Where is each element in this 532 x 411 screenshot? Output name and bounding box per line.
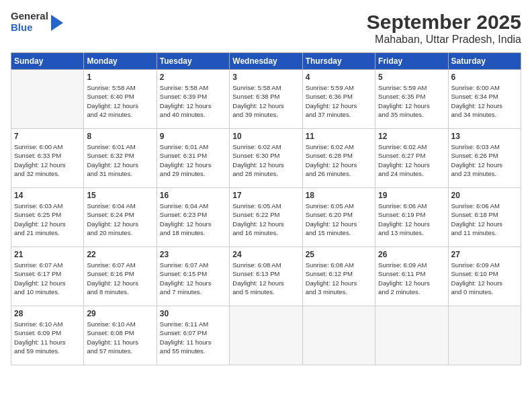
calendar-cell: 18Sunrise: 6:05 AMSunset: 6:20 PMDayligh… bbox=[302, 188, 375, 247]
day-info: Sunrise: 6:02 AMSunset: 6:27 PMDaylight:… bbox=[378, 142, 445, 178]
day-number: 2 bbox=[160, 73, 226, 82]
day-info: Sunrise: 6:04 AMSunset: 6:24 PMDaylight:… bbox=[87, 201, 153, 237]
day-info: Sunrise: 6:01 AMSunset: 6:31 PMDaylight:… bbox=[160, 142, 226, 178]
col-thursday: Thursday bbox=[302, 53, 375, 70]
day-info: Sunrise: 6:10 AMSunset: 6:08 PMDaylight:… bbox=[87, 320, 153, 355]
calendar-cell: 14Sunrise: 6:03 AMSunset: 6:25 PMDayligh… bbox=[11, 188, 84, 247]
day-info: Sunrise: 6:05 AMSunset: 6:20 PMDaylight:… bbox=[306, 201, 372, 237]
day-number: 3 bbox=[232, 73, 299, 82]
day-info: Sunrise: 5:58 AMSunset: 6:38 PMDaylight:… bbox=[232, 83, 299, 119]
calendar-cell bbox=[230, 306, 302, 365]
calendar-cell: 16Sunrise: 6:04 AMSunset: 6:23 PMDayligh… bbox=[157, 188, 229, 247]
col-tuesday: Tuesday bbox=[157, 53, 229, 70]
day-number: 7 bbox=[14, 132, 81, 141]
header: General Blue September 2025 Mahaban, Utt… bbox=[11, 11, 521, 46]
calendar-cell bbox=[302, 306, 375, 365]
week-row-3: 14Sunrise: 6:03 AMSunset: 6:25 PMDayligh… bbox=[11, 188, 521, 247]
col-saturday: Saturday bbox=[448, 53, 521, 70]
calendar-cell: 26Sunrise: 6:09 AMSunset: 6:11 PMDayligh… bbox=[375, 247, 448, 306]
day-number: 4 bbox=[306, 73, 372, 82]
col-sunday: Sunday bbox=[11, 53, 84, 70]
calendar-title: September 2025 bbox=[367, 11, 521, 34]
week-row-2: 7Sunrise: 6:00 AMSunset: 6:33 PMDaylight… bbox=[11, 129, 521, 188]
calendar-cell: 4Sunrise: 5:59 AMSunset: 6:36 PMDaylight… bbox=[302, 70, 375, 129]
day-info: Sunrise: 6:07 AMSunset: 6:16 PMDaylight:… bbox=[87, 261, 153, 296]
calendar-cell: 9Sunrise: 6:01 AMSunset: 6:31 PMDaylight… bbox=[157, 129, 229, 188]
day-info: Sunrise: 6:03 AMSunset: 6:25 PMDaylight:… bbox=[14, 201, 81, 237]
day-number: 14 bbox=[14, 191, 81, 200]
day-info: Sunrise: 6:11 AMSunset: 6:07 PMDaylight:… bbox=[160, 320, 226, 355]
day-info: Sunrise: 6:00 AMSunset: 6:34 PMDaylight:… bbox=[451, 83, 518, 119]
calendar-cell: 12Sunrise: 6:02 AMSunset: 6:27 PMDayligh… bbox=[375, 129, 448, 188]
week-row-1: 1Sunrise: 5:58 AMSunset: 6:40 PMDaylight… bbox=[11, 70, 521, 129]
day-number: 25 bbox=[306, 250, 372, 259]
logo-text: General Blue bbox=[11, 11, 48, 33]
day-number: 18 bbox=[306, 191, 372, 200]
day-number: 8 bbox=[87, 132, 153, 141]
logo-arrow-icon bbox=[51, 15, 63, 31]
day-number: 28 bbox=[14, 309, 81, 318]
calendar-cell: 19Sunrise: 6:06 AMSunset: 6:19 PMDayligh… bbox=[375, 188, 448, 247]
day-info: Sunrise: 6:08 AMSunset: 6:13 PMDaylight:… bbox=[232, 261, 299, 296]
day-info: Sunrise: 6:07 AMSunset: 6:17 PMDaylight:… bbox=[14, 261, 81, 296]
col-friday: Friday bbox=[375, 53, 448, 70]
calendar-table: Sunday Monday Tuesday Wednesday Thursday… bbox=[11, 52, 521, 365]
day-info: Sunrise: 6:04 AMSunset: 6:23 PMDaylight:… bbox=[160, 201, 226, 237]
calendar-cell: 5Sunrise: 5:59 AMSunset: 6:35 PMDaylight… bbox=[375, 70, 448, 129]
calendar-cell: 11Sunrise: 6:02 AMSunset: 6:28 PMDayligh… bbox=[302, 129, 375, 188]
day-info: Sunrise: 6:09 AMSunset: 6:10 PMDaylight:… bbox=[451, 261, 518, 296]
day-number: 24 bbox=[232, 250, 299, 259]
day-info: Sunrise: 6:08 AMSunset: 6:12 PMDaylight:… bbox=[306, 261, 372, 296]
calendar-subtitle: Mahaban, Uttar Pradesh, India bbox=[367, 34, 521, 46]
day-number: 15 bbox=[87, 191, 153, 200]
day-number: 5 bbox=[378, 73, 445, 82]
calendar-cell: 28Sunrise: 6:10 AMSunset: 6:09 PMDayligh… bbox=[11, 306, 84, 365]
logo-general: General bbox=[11, 11, 48, 22]
calendar-cell: 29Sunrise: 6:10 AMSunset: 6:08 PMDayligh… bbox=[84, 306, 157, 365]
week-row-5: 28Sunrise: 6:10 AMSunset: 6:09 PMDayligh… bbox=[11, 306, 521, 365]
col-monday: Monday bbox=[84, 53, 157, 70]
day-number: 29 bbox=[87, 309, 153, 318]
calendar-cell: 30Sunrise: 6:11 AMSunset: 6:07 PMDayligh… bbox=[157, 306, 229, 365]
day-info: Sunrise: 6:06 AMSunset: 6:19 PMDaylight:… bbox=[378, 201, 445, 237]
day-number: 16 bbox=[160, 191, 226, 200]
calendar-cell: 22Sunrise: 6:07 AMSunset: 6:16 PMDayligh… bbox=[84, 247, 157, 306]
day-number: 1 bbox=[87, 73, 153, 82]
day-info: Sunrise: 5:59 AMSunset: 6:36 PMDaylight:… bbox=[306, 83, 372, 119]
calendar-cell: 21Sunrise: 6:07 AMSunset: 6:17 PMDayligh… bbox=[11, 247, 84, 306]
day-number: 13 bbox=[451, 132, 518, 141]
calendar-cell bbox=[11, 70, 84, 129]
col-wednesday: Wednesday bbox=[230, 53, 302, 70]
calendar-cell: 6Sunrise: 6:00 AMSunset: 6:34 PMDaylight… bbox=[448, 70, 521, 129]
calendar-cell: 7Sunrise: 6:00 AMSunset: 6:33 PMDaylight… bbox=[11, 129, 84, 188]
logo: General Blue bbox=[11, 11, 63, 33]
day-number: 27 bbox=[451, 250, 518, 259]
day-number: 23 bbox=[160, 250, 226, 259]
day-number: 6 bbox=[451, 73, 518, 82]
day-number: 19 bbox=[378, 191, 445, 200]
day-number: 21 bbox=[14, 250, 81, 259]
calendar-cell: 25Sunrise: 6:08 AMSunset: 6:12 PMDayligh… bbox=[302, 247, 375, 306]
calendar-header-row: Sunday Monday Tuesday Wednesday Thursday… bbox=[11, 53, 521, 70]
calendar-cell bbox=[375, 306, 448, 365]
day-info: Sunrise: 6:07 AMSunset: 6:15 PMDaylight:… bbox=[160, 261, 226, 296]
calendar-cell: 2Sunrise: 5:58 AMSunset: 6:39 PMDaylight… bbox=[157, 70, 229, 129]
calendar-cell: 23Sunrise: 6:07 AMSunset: 6:15 PMDayligh… bbox=[157, 247, 229, 306]
day-info: Sunrise: 5:59 AMSunset: 6:35 PMDaylight:… bbox=[378, 83, 445, 119]
calendar-cell: 13Sunrise: 6:03 AMSunset: 6:26 PMDayligh… bbox=[448, 129, 521, 188]
day-number: 22 bbox=[87, 250, 153, 259]
day-info: Sunrise: 6:01 AMSunset: 6:32 PMDaylight:… bbox=[87, 142, 153, 178]
day-info: Sunrise: 6:09 AMSunset: 6:11 PMDaylight:… bbox=[378, 261, 445, 296]
day-number: 26 bbox=[378, 250, 445, 259]
calendar-cell bbox=[448, 306, 521, 365]
day-info: Sunrise: 6:06 AMSunset: 6:18 PMDaylight:… bbox=[451, 201, 518, 237]
calendar-cell: 8Sunrise: 6:01 AMSunset: 6:32 PMDaylight… bbox=[84, 129, 157, 188]
title-section: September 2025 Mahaban, Uttar Pradesh, I… bbox=[367, 11, 521, 46]
day-number: 17 bbox=[232, 191, 299, 200]
calendar-cell: 20Sunrise: 6:06 AMSunset: 6:18 PMDayligh… bbox=[448, 188, 521, 247]
day-number: 10 bbox=[232, 132, 299, 141]
calendar-cell: 15Sunrise: 6:04 AMSunset: 6:24 PMDayligh… bbox=[84, 188, 157, 247]
calendar-cell: 24Sunrise: 6:08 AMSunset: 6:13 PMDayligh… bbox=[230, 247, 302, 306]
calendar-page: General Blue September 2025 Mahaban, Utt… bbox=[0, 0, 532, 411]
calendar-cell: 1Sunrise: 5:58 AMSunset: 6:40 PMDaylight… bbox=[84, 70, 157, 129]
